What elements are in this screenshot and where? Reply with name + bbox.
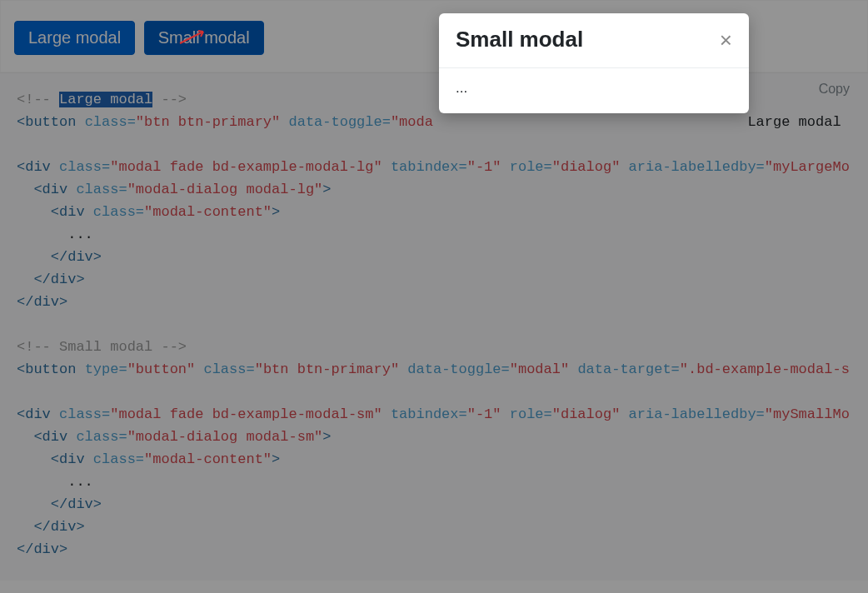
modal-body: ... [439, 68, 749, 113]
modal-header: Small modal × [439, 13, 749, 68]
small-modal-dialog: Small modal × ... [439, 13, 749, 113]
modal-title: Small modal [456, 27, 583, 52]
close-icon[interactable]: × [720, 29, 732, 51]
